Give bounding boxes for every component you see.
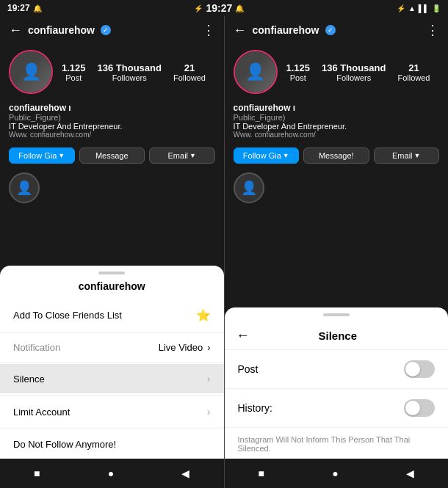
silence-divider-1: [225, 349, 449, 350]
history-toggle[interactable]: [404, 399, 435, 417]
nav-square-icon-left[interactable]: ■: [34, 467, 40, 479]
stats-left: 1.125 Post 136 Thousand Followers 21 Fol…: [62, 62, 206, 82]
battery-icon: 🔋: [432, 4, 441, 12]
silence-sheet-header: ← Silence: [225, 319, 449, 348]
divider-2: [0, 362, 224, 363]
handle-bar-right: [323, 313, 350, 316]
nav-circle-icon-left[interactable]: ●: [108, 467, 114, 479]
chevron-limit-icon: ›: [207, 406, 211, 418]
limit-account-item[interactable]: Limit Account ›: [0, 397, 224, 426]
bio-category-right: Public_Figure): [234, 113, 440, 122]
time-center: 19:27: [206, 2, 232, 14]
posts-count-left: 1.125: [62, 62, 86, 73]
highlight-item-right: 👤: [234, 172, 264, 203]
chevron-notification-icon: ›: [207, 342, 210, 353]
bio-website-left: Www. confiaurehow.com/: [9, 131, 215, 139]
action-buttons-right: Follow Gia ▼ Message! Email ▼: [225, 143, 449, 168]
highlight-item-left: 👤: [9, 172, 40, 203]
action-buttons-left: Follow Gia ▼ Message Email ▼: [0, 143, 224, 168]
silence-item[interactable]: Silence ›: [0, 364, 224, 393]
follow-button-right[interactable]: Follow Gia ▼: [234, 148, 300, 164]
back-button-left[interactable]: ←: [9, 23, 22, 38]
verified-badge-left: ✓: [101, 25, 111, 35]
username-left: confiaurehow: [28, 24, 95, 36]
bio-name-left: confiaurehow ı: [9, 103, 215, 113]
handle-bar-left: [98, 272, 125, 274]
bio-category-left: Public_Figure): [9, 113, 215, 122]
nav-bar-right: ■ ● ◀: [225, 459, 449, 488]
do-not-follow-item[interactable]: Do Not Follow Anymore!: [0, 430, 224, 459]
bluetooth-icon: ⚡: [194, 4, 203, 12]
followers-count-left: 136 Thousand: [98, 62, 162, 73]
time-left: 19:27: [7, 3, 30, 13]
follow-button-left[interactable]: Follow Gia ▼: [9, 148, 75, 164]
divider-3: [0, 395, 224, 396]
following-label-right: Followed: [397, 73, 430, 82]
notification-item[interactable]: Notification Live Video ›: [0, 335, 224, 360]
highlights-right: 👤: [225, 168, 449, 208]
bio-left: confiaurehow ı Public_Figure) IT Develop…: [0, 100, 224, 143]
silence-sheet-title: Silence: [257, 329, 437, 342]
wifi-icon: ▲: [408, 4, 416, 12]
following-label-left: Followed: [173, 73, 206, 82]
close-friends-item[interactable]: Add To Close Friends List ⭐: [0, 299, 224, 331]
live-video-label: Live Video: [159, 342, 203, 353]
followers-label-left: Followers: [112, 73, 147, 82]
highlights-left: 👤: [0, 168, 224, 208]
right-bottom-sheet: ← Silence Post History: Instagram W: [225, 307, 449, 459]
alarm-icon: 🔔: [235, 4, 244, 12]
more-button-left[interactable]: ⋮: [202, 22, 215, 38]
limit-account-label: Limit Account: [13, 407, 70, 418]
bio-desc-left: IT Developer And Entrepreneur.: [9, 122, 215, 131]
silence-back-button[interactable]: ←: [236, 328, 250, 343]
bio-name-right: confiaurehow ı: [234, 103, 440, 113]
notification-icon: 🔔: [33, 4, 42, 12]
verified-badge-right: ✓: [325, 25, 336, 35]
sheet-handle-left: [0, 266, 224, 277]
divider-4: [0, 428, 224, 429]
sheet-handle-right: [225, 307, 449, 319]
nav-circle-icon-right[interactable]: ●: [332, 467, 338, 479]
email-button-right[interactable]: Email ▼: [374, 148, 440, 164]
stats-right: 1.125 Post 136 Thousand Followers 21 Fol…: [286, 62, 430, 82]
email-button-left[interactable]: Email ▼: [149, 148, 215, 164]
username-right: confiaurehow: [253, 24, 319, 36]
signal-icon: ▌▌: [419, 4, 429, 12]
bio-right: confiaurehow ı Public_Figure) IT Develop…: [225, 100, 449, 143]
nav-square-icon-right[interactable]: ■: [259, 467, 264, 479]
followers-count-right: 136 Thousand: [322, 62, 386, 73]
nav-back-icon-left[interactable]: ◀: [181, 467, 189, 479]
notification-label: Notification: [13, 342, 159, 353]
bluetooth2-icon: ⚡: [397, 4, 405, 12]
more-button-right[interactable]: ⋮: [426, 22, 439, 38]
history-label: History:: [238, 402, 272, 414]
avatar-right: 👤: [234, 50, 278, 94]
star-icon: ⭐: [196, 308, 211, 322]
profile-info-left: 👤 1.125 Post 136 Thousand Followers 21: [0, 44, 224, 100]
post-toggle[interactable]: [404, 360, 435, 378]
message-button-right[interactable]: Message!: [303, 148, 369, 164]
message-button-left[interactable]: Message: [79, 148, 145, 164]
post-label: Post: [238, 363, 259, 375]
avatar-left: 👤: [9, 50, 53, 94]
silence-divider-3: [225, 427, 449, 428]
silence-divider-2: [225, 388, 449, 389]
profile-info-right: 👤 1.125 Post 136 Thousand Followers 21: [225, 44, 449, 100]
notification-right: Live Video ›: [159, 342, 211, 353]
left-bottom-sheet: confiaurehow Add To Close Friends List ⭐…: [0, 266, 224, 459]
silence-label: Silence: [13, 374, 45, 385]
nav-back-icon-right[interactable]: ◀: [406, 467, 414, 479]
followers-label-right: Followers: [336, 73, 371, 82]
posts-count-right: 1.125: [286, 62, 311, 73]
history-toggle-item: History:: [225, 390, 449, 426]
sheet-title-left: confiaurehow: [0, 277, 224, 299]
ig-header-left: ← confiaurehow ✓ ⋮: [0, 16, 224, 44]
divider-1: [0, 332, 224, 333]
following-count-right: 21: [397, 62, 430, 73]
back-button-right[interactable]: ←: [234, 23, 247, 38]
ig-header-right: ← confiaurehow ✓ ⋮: [225, 16, 449, 44]
bio-website-right: Www. confiaurehow.com/: [234, 131, 440, 139]
bio-desc-right: IT Developer And Entrepreneur.: [234, 122, 440, 131]
close-friends-label: Add To Close Friends List: [13, 310, 122, 321]
posts-label-left: Post: [65, 73, 82, 82]
